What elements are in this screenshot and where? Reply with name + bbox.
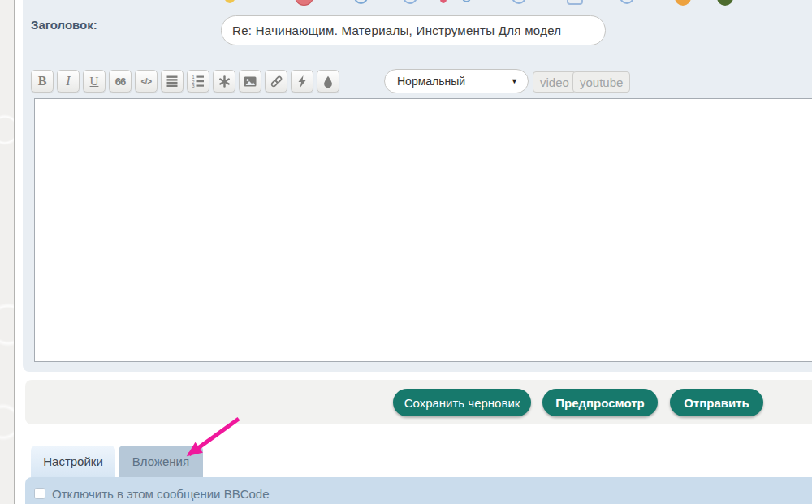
bullet-list-button[interactable] (161, 70, 184, 93)
tab-attachments[interactable]: Вложения (119, 446, 203, 477)
video-button[interactable]: video (533, 71, 577, 93)
lightning-icon (296, 75, 308, 88)
disable-bbcode-label: Отключить в этом сообщении BBCode (52, 487, 270, 501)
bullet-list-icon (166, 75, 179, 88)
smiley-blue-square-icon[interactable] (567, 0, 583, 5)
smiley-blue-bow-icon[interactable] (354, 0, 368, 4)
format-toolbar: B I U 66 </> 1 2 3 (31, 70, 343, 93)
link-icon (270, 75, 283, 88)
bold-button[interactable]: B (31, 70, 54, 93)
preview-button[interactable]: Предпросмотр (542, 389, 658, 416)
editor-panel: Заголовок: B I U 66 </> 1 2 3 (23, 0, 812, 372)
subject-label: Заголовок: (31, 18, 97, 32)
youtube-button[interactable]: youtube (572, 71, 630, 93)
subject-input[interactable] (221, 15, 606, 45)
post-editor-screen: Заголовок: B I U 66 </> 1 2 3 (0, 0, 812, 504)
italic-button[interactable]: I (57, 70, 80, 93)
code-button[interactable]: </> (135, 70, 158, 93)
svg-text:3: 3 (192, 84, 195, 88)
smiley-blue-ring-icon[interactable] (620, 0, 634, 4)
underline-button[interactable]: U (83, 70, 106, 93)
smiley-green-icon[interactable] (717, 0, 733, 6)
options-panel: Отключить в этом сообщении BBCode (25, 477, 812, 504)
numbered-list-icon: 1 2 3 (192, 75, 205, 88)
smiley-red-dot-icon[interactable] (440, 0, 447, 3)
insert-link-button[interactable] (265, 70, 287, 93)
smiley-row (23, 0, 812, 8)
submit-button[interactable]: Отправить (670, 389, 763, 416)
image-icon (244, 75, 257, 88)
smiley-red-face-icon[interactable] (295, 0, 313, 6)
font-color-button[interactable] (317, 70, 339, 93)
smiley-blue-ring-icon[interactable] (512, 0, 526, 4)
chevron-down-icon: ▼ (511, 77, 518, 85)
font-size-select-value: Нормальный (397, 75, 465, 88)
insert-image-button[interactable] (239, 70, 261, 93)
quote-button[interactable]: 66 (109, 70, 132, 93)
actions-panel: Сохранить черновик Предпросмотр Отправит… (25, 380, 812, 424)
tab-settings[interactable]: Настройки (31, 446, 115, 477)
smiley-orange-icon[interactable] (675, 0, 691, 6)
page-left-border (14, 0, 15, 504)
smiley-blue-small-icon[interactable] (462, 0, 471, 2)
message-body-textarea[interactable] (34, 98, 812, 362)
disable-bbcode-checkbox[interactable] (34, 488, 45, 499)
page-left-margin (0, 0, 14, 504)
droplet-icon (322, 75, 334, 88)
smiley-blue-ring-icon[interactable] (403, 0, 417, 4)
flash-button[interactable] (291, 70, 313, 93)
save-draft-button[interactable]: Сохранить черновик (393, 389, 531, 416)
asterisk-icon (218, 75, 231, 88)
smiley-yellow-icon[interactable] (224, 0, 235, 3)
list-item-button[interactable] (213, 70, 235, 93)
font-size-select[interactable]: Нормальный ▼ (384, 69, 529, 93)
numbered-list-button[interactable]: 1 2 3 (187, 70, 209, 93)
